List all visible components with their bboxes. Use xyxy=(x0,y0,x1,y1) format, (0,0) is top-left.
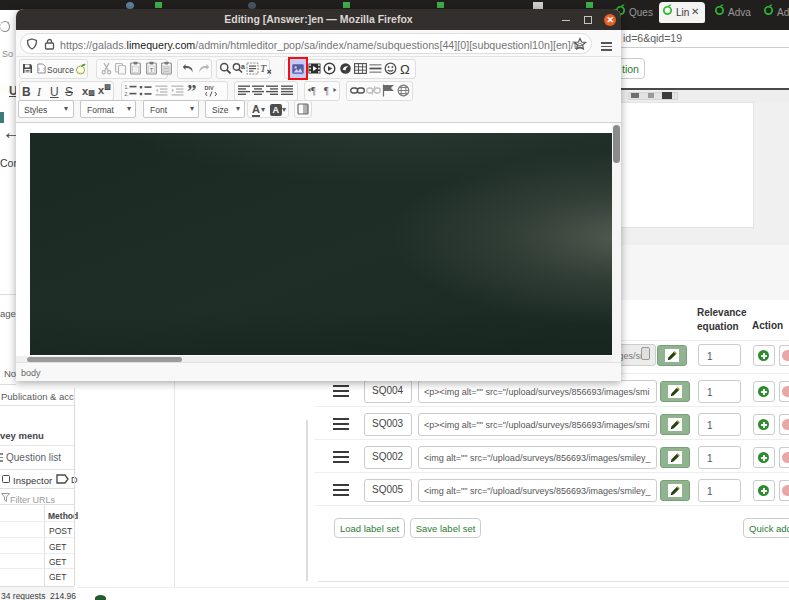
svg-text:a: a xyxy=(241,63,245,70)
svg-text:T: T xyxy=(260,62,267,74)
svg-text:T: T xyxy=(150,67,154,73)
svg-text:¶: ¶ xyxy=(311,85,316,96)
svg-text:1.: 1. xyxy=(125,84,129,90)
svg-text:2.: 2. xyxy=(125,91,129,97)
svg-text:¶: ¶ xyxy=(324,85,329,96)
svg-text:DIV: DIV xyxy=(205,85,215,91)
